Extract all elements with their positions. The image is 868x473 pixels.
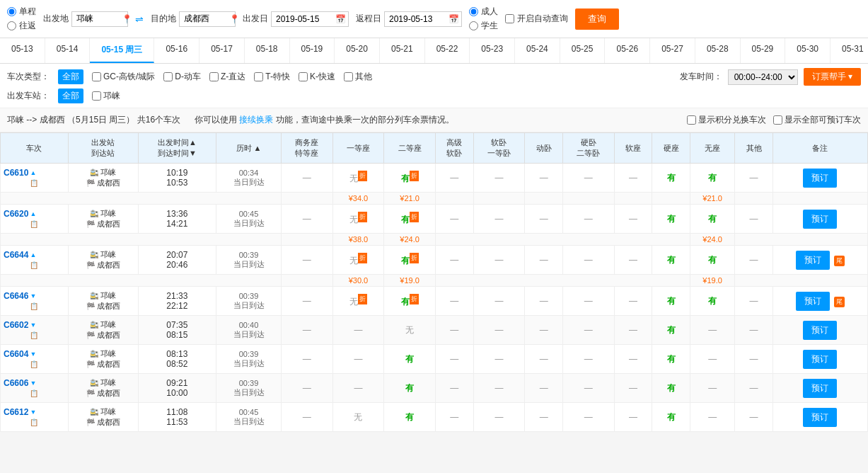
k-checkbox[interactable] bbox=[299, 72, 308, 81]
all-checkbox[interactable] bbox=[773, 115, 782, 125]
expand-icon[interactable]: ▲ bbox=[30, 251, 36, 258]
train-number-link[interactable]: C6610 bbox=[4, 168, 28, 178]
train-detail-icon[interactable]: 📋 bbox=[30, 179, 38, 187]
filter-t[interactable]: T-特快 bbox=[254, 71, 290, 83]
qionglai-checkbox[interactable] bbox=[92, 91, 101, 101]
book-ticket-btn[interactable]: 订票帮手 ▾ bbox=[804, 68, 861, 86]
train-number-link[interactable]: C6644 bbox=[4, 250, 28, 260]
filter-k[interactable]: K-快速 bbox=[299, 71, 335, 83]
book-button[interactable]: 预订 bbox=[803, 350, 837, 369]
time-select[interactable]: 00:00--24:00 bbox=[728, 69, 798, 85]
train-detail-icon[interactable]: 📋 bbox=[30, 220, 38, 228]
train-detail-icon[interactable]: 📋 bbox=[30, 418, 38, 426]
train-detail-icon[interactable]: 📋 bbox=[30, 360, 38, 368]
th-duration[interactable]: 历时 ▲ bbox=[216, 133, 282, 164]
book-button[interactable]: 预订 bbox=[803, 379, 837, 398]
depart-date-input[interactable] bbox=[276, 14, 332, 24]
train-number-link[interactable]: C6606 bbox=[4, 378, 28, 388]
filter-z[interactable]: Z-直达 bbox=[209, 71, 245, 83]
other-checkbox[interactable] bbox=[344, 72, 353, 81]
expand-icon[interactable]: ▼ bbox=[30, 321, 36, 329]
t-checkbox[interactable] bbox=[254, 72, 263, 81]
th-times[interactable]: 出发时间▲到达时间▼ bbox=[138, 133, 216, 164]
oneway-radio[interactable] bbox=[7, 7, 16, 16]
points-checkbox[interactable] bbox=[687, 115, 696, 125]
date-tab-0526[interactable]: 05-26 bbox=[605, 38, 650, 63]
date-tab-0522[interactable]: 05-22 bbox=[425, 38, 470, 63]
student-radio[interactable] bbox=[469, 21, 478, 30]
book-button[interactable]: 预订 bbox=[803, 321, 837, 340]
train-detail-icon[interactable]: 📋 bbox=[30, 389, 38, 397]
date-tab-0514[interactable]: 05-14 bbox=[45, 38, 91, 63]
date-tab-0520[interactable]: 05-20 bbox=[335, 38, 380, 63]
book-button[interactable]: 预订 bbox=[803, 169, 837, 188]
filter-d[interactable]: D-动车 bbox=[163, 71, 201, 83]
depart-date-input-box[interactable]: 📅 bbox=[271, 11, 349, 27]
filter-all-stations[interactable]: 全部 bbox=[58, 89, 83, 103]
auto-query-checkbox[interactable] bbox=[505, 14, 514, 23]
train-number-link[interactable]: C6602 bbox=[4, 320, 28, 330]
train-detail-icon[interactable]: 📋 bbox=[30, 331, 38, 339]
student-option[interactable]: 学生 bbox=[469, 20, 498, 32]
return-calendar-icon[interactable]: 📅 bbox=[449, 14, 459, 24]
filter-other[interactable]: 其他 bbox=[344, 71, 372, 83]
filter-qionglai[interactable]: 邛崃 bbox=[92, 90, 120, 102]
date-tab-0524[interactable]: 05-24 bbox=[515, 38, 560, 63]
oneway-option[interactable]: 单程 bbox=[7, 6, 36, 18]
all-train-badge[interactable]: 全部 bbox=[58, 69, 83, 84]
date-tab-0523[interactable]: 05-23 bbox=[470, 38, 515, 63]
return-date-input[interactable] bbox=[389, 14, 446, 24]
date-tab-0516[interactable]: 05-16 bbox=[154, 38, 199, 63]
expand-icon[interactable]: ▲ bbox=[30, 210, 36, 217]
z-checkbox[interactable] bbox=[209, 72, 219, 81]
date-tab-0518[interactable]: 05-18 bbox=[245, 38, 290, 63]
train-number-link[interactable]: C6620 bbox=[4, 209, 28, 219]
search-button[interactable]: 查询 bbox=[575, 8, 619, 30]
date-tab-0525[interactable]: 05-25 bbox=[560, 38, 606, 63]
depart-calendar-icon[interactable]: 📅 bbox=[335, 14, 346, 24]
adult-option[interactable]: 成人 bbox=[469, 6, 498, 18]
gc-checkbox[interactable] bbox=[92, 72, 101, 81]
date-tab-0527[interactable]: 05-27 bbox=[650, 38, 695, 63]
train-number-link[interactable]: C6604 bbox=[4, 349, 28, 359]
date-tab-0515[interactable]: 05-15 周三 bbox=[90, 38, 154, 63]
roundtrip-option[interactable]: 往返 bbox=[7, 20, 36, 32]
expand-icon[interactable]: ▼ bbox=[30, 292, 36, 300]
train-number-link[interactable]: C6646 bbox=[4, 291, 28, 301]
book-button[interactable]: 预订 bbox=[796, 292, 830, 311]
expand-icon[interactable]: ▼ bbox=[30, 409, 36, 416]
date-tab-0513[interactable]: 05-13 bbox=[0, 38, 45, 63]
d-checkbox[interactable] bbox=[163, 72, 173, 81]
from-input-box[interactable]: 📍 bbox=[71, 11, 128, 27]
all-option[interactable]: 显示全部可预订车次 bbox=[773, 114, 861, 126]
expand-icon[interactable]: ▼ bbox=[30, 351, 36, 358]
swap-icon[interactable]: ⇌ bbox=[135, 13, 144, 25]
book-button[interactable]: 预订 bbox=[796, 251, 830, 270]
points-option[interactable]: 显示积分兑换车次 bbox=[687, 114, 766, 126]
date-tab-0528[interactable]: 05-28 bbox=[695, 38, 741, 63]
date-tab-0531[interactable]: 05-31 bbox=[831, 38, 868, 63]
date-tab-0530[interactable]: 05-30 bbox=[785, 38, 831, 63]
book-button[interactable]: 预订 bbox=[803, 210, 837, 229]
date-tab-0521[interactable]: 05-21 bbox=[380, 38, 425, 63]
train-number-link[interactable]: C6612 bbox=[4, 407, 28, 417]
date-tab-0529[interactable]: 05-29 bbox=[741, 38, 786, 63]
expand-icon[interactable]: ▲ bbox=[30, 169, 36, 176]
train-detail-icon[interactable]: 📋 bbox=[30, 261, 38, 269]
auto-query-option[interactable]: 开启自动查询 bbox=[505, 13, 568, 25]
filter-gc[interactable]: GC-高铁/城际 bbox=[92, 71, 155, 83]
train-detail-icon[interactable]: 📋 bbox=[30, 302, 38, 310]
transfer-link[interactable]: 接续换乘 bbox=[239, 115, 273, 125]
book-button[interactable]: 预订 bbox=[803, 408, 837, 427]
filter-all-train-types[interactable]: 全部 bbox=[58, 69, 83, 84]
date-tab-0519[interactable]: 05-19 bbox=[290, 38, 335, 63]
date-tab-0517[interactable]: 05-17 bbox=[199, 38, 245, 63]
return-date-input-box[interactable]: 📅 bbox=[384, 11, 462, 27]
to-input-box[interactable]: 📍 bbox=[179, 11, 236, 27]
all-station-badge[interactable]: 全部 bbox=[58, 89, 83, 103]
from-input[interactable] bbox=[76, 14, 119, 24]
roundtrip-radio[interactable] bbox=[7, 21, 16, 30]
to-input[interactable] bbox=[184, 14, 226, 24]
expand-icon[interactable]: ▼ bbox=[30, 380, 36, 387]
adult-radio[interactable] bbox=[469, 7, 478, 16]
